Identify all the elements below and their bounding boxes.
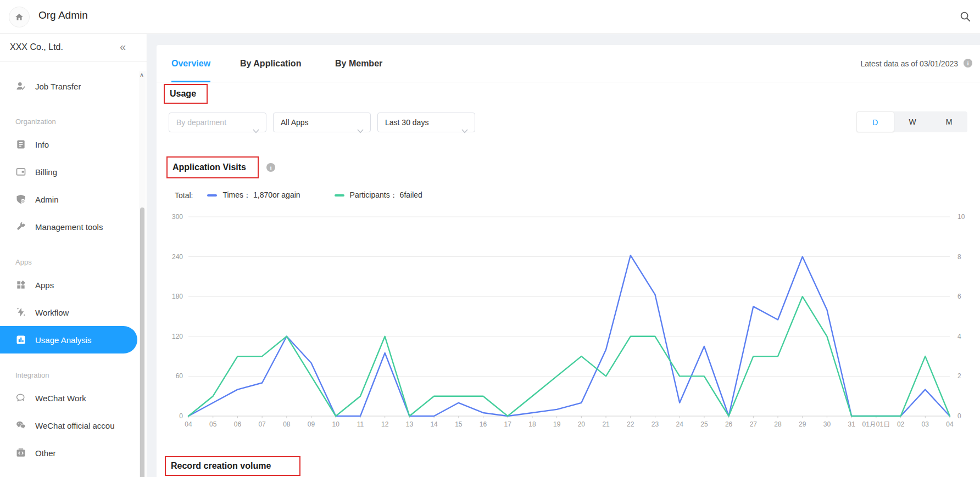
svg-text:60: 60 [176, 372, 183, 380]
scroll-up-icon[interactable]: ∧ [140, 71, 144, 78]
svg-text:11: 11 [357, 420, 364, 428]
svg-text:10: 10 [332, 420, 340, 428]
sidebar-item-usage-analysis[interactable]: Usage Analysis [0, 326, 137, 353]
company-name: XXX Co., Ltd. [10, 42, 63, 52]
department-filter-select[interactable]: By department [169, 113, 266, 132]
svg-text:02: 02 [897, 420, 905, 428]
svg-text:2: 2 [957, 372, 961, 380]
tab-by-member[interactable]: By Member [335, 45, 382, 82]
svg-text:01月01日: 01月01日 [862, 420, 890, 428]
svg-text:22: 22 [627, 420, 634, 428]
svg-text:6: 6 [957, 293, 961, 300]
svg-text:20: 20 [578, 420, 586, 428]
sidebar-item-info[interactable]: Info [0, 131, 137, 158]
main-panel: Overview By Application By Member Latest… [157, 45, 980, 477]
sidebar: XXX Co., Ltd. « Job Transfer Organizatio… [0, 34, 147, 477]
record-creation-heading: Record creation volume [171, 461, 271, 471]
tab-bar: Overview By Application By Member Latest… [157, 45, 980, 82]
apps-grid-icon [15, 279, 26, 290]
admin-shield-icon [15, 194, 26, 205]
svg-text:16: 16 [480, 420, 487, 428]
sidebar-item-job-transfer[interactable]: Job Transfer [0, 72, 137, 100]
tab-by-application[interactable]: By Application [240, 45, 301, 82]
svg-text:31: 31 [848, 420, 855, 428]
tab-overview[interactable]: Overview [171, 45, 210, 82]
chart-legend: Total: Times： 1,870or again Participants… [175, 190, 422, 201]
scrollbar-thumb[interactable] [140, 207, 144, 477]
chevron-down-icon [253, 121, 259, 140]
svg-text:14: 14 [430, 420, 438, 428]
sidebar-section-organization: Organization [0, 113, 137, 131]
apps-filter-select[interactable]: All Apps [273, 113, 371, 132]
svg-text:04: 04 [946, 420, 954, 428]
svg-text:29: 29 [799, 420, 806, 428]
sidebar-item-admin[interactable]: Admin [0, 186, 137, 213]
chevron-down-icon [461, 121, 468, 140]
usage-heading: Usage [170, 89, 196, 99]
date-range-filter-select[interactable]: Last 30 days [377, 113, 475, 132]
svg-text:180: 180 [172, 293, 183, 300]
sidebar-item-other[interactable]: Other [0, 439, 137, 467]
svg-text:240: 240 [172, 253, 183, 261]
svg-text:07: 07 [258, 420, 266, 428]
svg-text:0: 0 [957, 412, 961, 420]
date-range-filter-value: Last 30 days [385, 118, 428, 127]
home-button[interactable] [9, 7, 30, 27]
apps-filter-value: All Apps [281, 118, 309, 127]
legend-times-text[interactable]: Times： 1,870or again [222, 190, 300, 200]
sidebar-item-wechat-official[interactable]: WeChat official accou [0, 412, 137, 439]
legend-participants-text[interactable]: Participants： 6failed [350, 190, 422, 200]
workflow-lightning-icon [15, 307, 26, 318]
svg-text:19: 19 [553, 420, 561, 428]
svg-text:23: 23 [652, 420, 659, 428]
granularity-week-button[interactable]: W [894, 111, 931, 132]
chevron-down-icon [357, 121, 364, 140]
application-visits-info-icon[interactable]: i [266, 163, 275, 172]
sidebar-item-workflow[interactable]: Workflow [0, 299, 137, 326]
svg-text:10: 10 [957, 213, 965, 221]
svg-text:25: 25 [700, 420, 708, 428]
svg-text:21: 21 [602, 420, 610, 428]
legend-total-label: Total: [175, 191, 193, 200]
svg-text:30: 30 [823, 420, 831, 428]
svg-text:13: 13 [406, 420, 414, 428]
usage-analysis-chart-icon [15, 334, 26, 345]
latest-data-info-icon[interactable]: i [964, 59, 972, 68]
sidebar-section-integration: Integration [0, 367, 137, 384]
granularity-day-button[interactable]: D [856, 111, 894, 132]
svg-text:12: 12 [381, 420, 389, 428]
billing-wallet-icon [15, 166, 26, 177]
svg-text:300: 300 [172, 213, 183, 221]
application-visits-annotation-box: Application Visits [166, 156, 259, 178]
sidebar-scrollbar[interactable]: ∧ [139, 71, 146, 477]
svg-text:120: 120 [172, 333, 183, 340]
top-bar: Org Admin [0, 0, 980, 34]
svg-text:03: 03 [922, 420, 929, 428]
granularity-toggle: D W M [856, 111, 967, 132]
participants-legend-swatch[interactable] [335, 194, 344, 197]
wrench-icon [15, 221, 26, 232]
search-button[interactable] [959, 10, 972, 24]
sidebar-collapse-button[interactable]: « [120, 41, 126, 53]
svg-text:27: 27 [750, 420, 758, 428]
svg-text:08: 08 [283, 420, 291, 428]
times-legend-swatch[interactable] [207, 194, 217, 197]
granularity-month-button[interactable]: M [931, 111, 967, 132]
svg-text:0: 0 [179, 412, 183, 420]
sidebar-item-billing[interactable]: Billing [0, 158, 137, 186]
svg-text:4: 4 [957, 333, 961, 340]
wechat-official-icon [15, 420, 26, 431]
wechat-work-icon [15, 392, 26, 403]
svg-text:8: 8 [957, 253, 961, 261]
home-icon [14, 12, 24, 22]
department-filter-placeholder: By department [176, 118, 226, 127]
sidebar-item-management-tools[interactable]: Management tools [0, 213, 137, 240]
job-transfer-icon [15, 81, 26, 92]
svg-text:06: 06 [234, 420, 242, 428]
sidebar-item-wechat-work[interactable]: WeChat Work [0, 384, 137, 412]
sidebar-item-apps[interactable]: Apps [0, 271, 137, 299]
svg-text:18: 18 [528, 420, 536, 428]
other-code-icon [15, 447, 26, 458]
svg-text:05: 05 [209, 420, 217, 428]
svg-text:09: 09 [308, 420, 315, 428]
